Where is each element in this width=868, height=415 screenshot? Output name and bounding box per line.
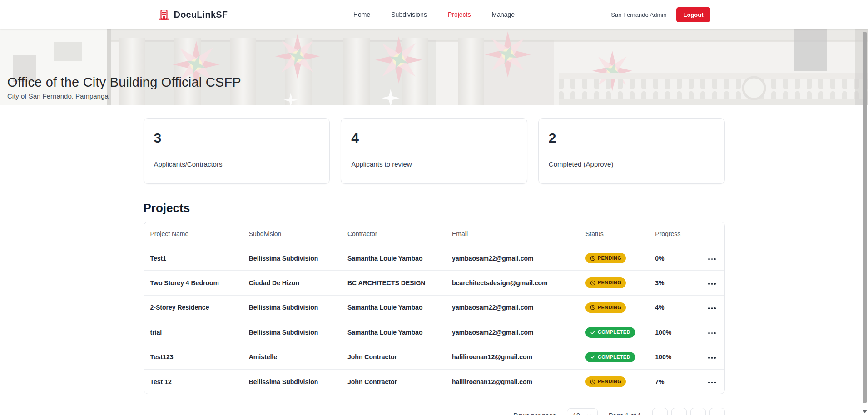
stat-label: Applicants/Contractors bbox=[154, 160, 320, 168]
subdivision-cell: Bellissima Subdivision bbox=[243, 246, 341, 271]
project-name-cell: Two Storey 4 Bedroom bbox=[144, 271, 243, 295]
nav-item-projects[interactable]: Projects bbox=[448, 11, 471, 18]
status-text: PENDING bbox=[598, 378, 621, 385]
stat-card-applicants: 3 Applicants/Contractors bbox=[144, 118, 330, 184]
status-badge: COMPLETED bbox=[585, 327, 635, 337]
contractor-cell: John Contractor bbox=[341, 369, 446, 394]
progress-cell: 0% bbox=[649, 246, 701, 271]
more-horizontal-icon[interactable] bbox=[707, 280, 717, 287]
actions-cell bbox=[701, 295, 724, 320]
email-cell: haliliroenan12@gmail.com bbox=[446, 345, 579, 369]
status-badge: PENDING bbox=[585, 376, 626, 387]
status-cell: COMPLETED bbox=[579, 345, 649, 369]
logout-button[interactable]: Logout bbox=[676, 7, 710, 22]
scrollbar-thumb[interactable] bbox=[863, 32, 867, 403]
next-page-button[interactable]: › bbox=[690, 408, 706, 415]
check-icon bbox=[590, 354, 595, 360]
pager-buttons: « ‹ › » bbox=[652, 408, 725, 415]
column-header-subdivision: Subdivision bbox=[243, 222, 341, 246]
project-name-cell: trial bbox=[144, 320, 243, 345]
scrollbar-down-arrow-icon[interactable] bbox=[863, 410, 867, 413]
table-row: Test1 Bellissima Subdivision Samantha Lo… bbox=[144, 246, 724, 271]
stat-value: 3 bbox=[154, 130, 320, 146]
column-header-status: Status bbox=[579, 222, 649, 246]
column-header-project-name: Project Name bbox=[144, 222, 243, 246]
subdivision-cell: Ciudad De Hizon bbox=[243, 271, 341, 295]
nav-item-subdivisions[interactable]: Subdivisions bbox=[391, 11, 427, 18]
page-subtitle: City of San Fernando, Pampanga bbox=[7, 92, 861, 100]
table-row: Two Storey 4 Bedroom Ciudad De Hizon BC … bbox=[144, 271, 724, 295]
status-text: PENDING bbox=[598, 279, 621, 286]
contractor-cell: Samantha Louie Yambao bbox=[341, 320, 446, 345]
contractor-cell: BC ARCHITECTS DESIGN bbox=[341, 271, 446, 295]
status-cell: PENDING bbox=[579, 369, 649, 394]
actions-cell bbox=[701, 271, 724, 295]
email-cell: bcarchitectsdesign@gmail.com bbox=[446, 271, 579, 295]
more-horizontal-icon[interactable] bbox=[707, 256, 717, 263]
page-info: Page 1 of 1 bbox=[609, 412, 641, 415]
scrollbar-track[interactable] bbox=[862, 29, 868, 415]
table-row: Test123 Amistelle John Contractor halili… bbox=[144, 345, 724, 369]
brand[interactable]: DocuLinkSF bbox=[158, 9, 353, 20]
subdivision-cell: Bellissima Subdivision bbox=[243, 369, 341, 394]
chevron-down-icon bbox=[586, 413, 592, 415]
rows-per-page-label: Rows per page bbox=[513, 412, 556, 415]
stat-label: Completed (Approve) bbox=[549, 160, 714, 168]
progress-cell: 4% bbox=[649, 295, 701, 320]
email-cell: yambaosam22@gmail.com bbox=[446, 295, 579, 320]
hero-banner: Office of the City Building Official CSF… bbox=[0, 29, 868, 105]
contractor-cell: John Contractor bbox=[341, 345, 446, 369]
clock-icon bbox=[590, 379, 595, 385]
clock-icon bbox=[590, 280, 595, 286]
status-cell: PENDING bbox=[579, 271, 649, 295]
contractor-cell: Samantha Louie Yambao bbox=[341, 246, 446, 271]
status-badge: PENDING bbox=[585, 253, 626, 263]
subdivision-cell: Bellissima Subdivision bbox=[243, 295, 341, 320]
actions-cell bbox=[701, 345, 724, 369]
stat-value: 2 bbox=[549, 130, 714, 146]
clock-icon bbox=[590, 256, 595, 261]
rows-per-page-select[interactable]: 10 bbox=[567, 408, 598, 415]
last-page-button[interactable]: » bbox=[709, 408, 725, 415]
project-name-cell: Test1 bbox=[144, 246, 243, 271]
contractor-cell: Samantha Louie Yambao bbox=[341, 295, 446, 320]
status-badge: COMPLETED bbox=[585, 352, 635, 362]
status-badge: PENDING bbox=[585, 277, 626, 288]
status-text: PENDING bbox=[598, 255, 621, 262]
more-horizontal-icon[interactable] bbox=[707, 330, 717, 337]
projects-table-body: Test1 Bellissima Subdivision Samantha Lo… bbox=[144, 246, 724, 394]
main-nav: Home Subdivisions Projects Manage bbox=[353, 11, 515, 18]
previous-page-button[interactable]: ‹ bbox=[671, 408, 687, 415]
project-name-cell: 2-Storey Residence bbox=[144, 295, 243, 320]
main-content: 3 Applicants/Contractors 4 Applicants to… bbox=[144, 118, 725, 415]
progress-cell: 7% bbox=[649, 369, 701, 394]
nav-item-manage[interactable]: Manage bbox=[491, 11, 515, 18]
page-title: Office of the City Building Official CSF… bbox=[7, 74, 861, 90]
nav-item-home[interactable]: Home bbox=[353, 11, 370, 18]
table-row: trial Bellissima Subdivision Samantha Lo… bbox=[144, 320, 724, 345]
more-horizontal-icon[interactable] bbox=[707, 305, 717, 312]
status-cell: PENDING bbox=[579, 295, 649, 320]
table-header-row: Project Name Subdivision Contractor Emai… bbox=[144, 222, 724, 246]
actions-cell bbox=[701, 320, 724, 345]
more-horizontal-icon[interactable] bbox=[707, 354, 717, 361]
subdivision-cell: Amistelle bbox=[243, 345, 341, 369]
navbar: DocuLinkSF Home Subdivisions Projects Ma… bbox=[0, 0, 868, 29]
projects-table-card: Project Name Subdivision Contractor Emai… bbox=[144, 222, 725, 394]
stat-card-to-review: 4 Applicants to review bbox=[341, 118, 527, 184]
project-name-cell: Test 12 bbox=[144, 369, 243, 394]
stat-label: Applicants to review bbox=[351, 160, 517, 168]
clock-icon bbox=[590, 305, 595, 310]
building-logo-icon bbox=[158, 9, 170, 20]
email-cell: yambaosam22@gmail.com bbox=[446, 320, 579, 345]
progress-cell: 3% bbox=[649, 271, 701, 295]
more-horizontal-icon[interactable] bbox=[707, 379, 717, 386]
actions-cell bbox=[701, 369, 724, 394]
stats-row: 3 Applicants/Contractors 4 Applicants to… bbox=[144, 118, 725, 184]
projects-table: Project Name Subdivision Contractor Emai… bbox=[144, 222, 724, 394]
first-page-button[interactable]: « bbox=[652, 408, 668, 415]
pagination-bar: Rows per page 10 Page 1 of 1 « ‹ › » bbox=[144, 408, 725, 415]
brand-name: DocuLinkSF bbox=[174, 10, 228, 20]
status-cell: PENDING bbox=[579, 246, 649, 271]
projects-section-title: Projects bbox=[144, 201, 725, 215]
